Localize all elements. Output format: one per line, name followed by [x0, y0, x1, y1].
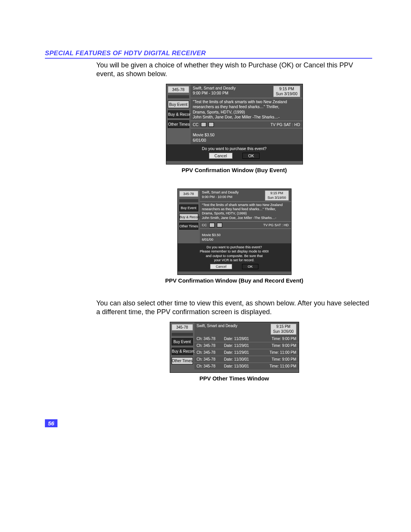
ppv-main: Swift, Smart and Deadly 9:00 PM - 10:00 …: [191, 84, 303, 144]
program-title: Swift, Smart and Deadly: [202, 190, 263, 195]
attributes-row: CC TV PG SAT : HD: [200, 222, 291, 229]
channel-preview: [179, 199, 198, 202]
row-time: Time: 11:00 PM: [262, 364, 296, 368]
sap-icon: [217, 223, 222, 227]
row-channel: Ch: 345-78: [197, 364, 220, 368]
row-date: Date: 11/28/01: [224, 337, 258, 341]
program-description: "Test the limits of shark smarts with tw…: [200, 201, 291, 222]
program-slot: 9:00 PM - 10:00 PM: [193, 91, 272, 96]
price-line: Movie $3.50: [202, 233, 289, 237]
other-times-button[interactable]: Other Times: [179, 223, 198, 230]
buy-event-button[interactable]: Buy Event: [179, 204, 198, 211]
row-channel: Ch: 345-78: [197, 337, 220, 341]
row-channel: Ch: 345-78: [197, 357, 220, 361]
figure3-caption: PPV Other Times Window: [96, 375, 372, 382]
other-times-row[interactable]: Ch: 345-78Date: 11/30/01Time: 11:00 PM: [194, 363, 299, 369]
figure2-caption: PPV Confirmation Window (Buy and Record …: [96, 277, 372, 284]
buy-record-button[interactable]: Buy & Record: [168, 110, 189, 118]
ppv-sidebar: 345-78 Buy Event Buy & Record Other Time…: [170, 322, 194, 369]
footer-spacer: [170, 369, 299, 372]
cc-icon: [201, 122, 206, 127]
program-title: Swift, Smart and Deadly: [197, 324, 269, 329]
row-date: Date: 11/29/01: [224, 350, 258, 355]
buy-event-button[interactable]: Buy Event: [172, 338, 193, 345]
buy-event-button[interactable]: Buy Event: [168, 101, 189, 108]
row-time: Time: 9:00 PM: [262, 343, 296, 348]
ok-button[interactable]: OK: [242, 153, 260, 159]
ppv-main: Swift, Smart and Deadly 9:15 PM Sun 3/26…: [194, 322, 299, 369]
section-header: SPECIAL FEATURES OF HDTV DIGITAL RECEIVE…: [45, 50, 372, 59]
attributes-row: CC TV PG SAT : HD: [191, 121, 303, 128]
other-times-list: Ch: 345-78Date: 11/28/01Time: 9:00 PMCh:…: [194, 335, 299, 369]
other-times-button[interactable]: Other Times: [168, 120, 189, 128]
mid-text: You can also select other time to view t…: [96, 299, 372, 316]
prompt-line: and output to composite. Be sure that: [179, 254, 290, 258]
program-description: "Test the limits of shark smarts with tw…: [191, 98, 303, 121]
price-block: Movie $3.50 6/01/00: [200, 229, 291, 243]
row-channel: Ch: 345-78: [197, 350, 220, 355]
ppv-sidebar: 345-78 Buy Event Buy & Record Other Time…: [166, 84, 191, 144]
channel-box: 345-78: [168, 86, 189, 93]
buy-record-button[interactable]: Buy & Record: [179, 214, 198, 220]
prompt-bar: Do you want to purchase this event? Plea…: [178, 243, 291, 272]
clock-box: 9:15 PM Sun 3/26/00: [271, 324, 296, 335]
rating-label: TV PG SAT : HD: [263, 223, 289, 227]
row-time: Time: 9:00 PM: [262, 357, 296, 361]
other-times-row[interactable]: Ch: 345-78Date: 11/29/01Time: 11:00 PM: [194, 349, 299, 356]
cancel-button[interactable]: Cancel: [210, 264, 232, 269]
desc-line: "Test the limits of shark smarts with tw…: [193, 99, 300, 104]
row-time: Time: 11:00 PM: [262, 350, 296, 355]
rating-label: TV PG SAT : HD: [271, 122, 300, 127]
ppv-buyrecord-window: 345-78 Buy Event Buy & Record Other Time…: [177, 189, 292, 275]
footer-spacer: [166, 161, 303, 164]
desc-line: Drama, Sports, HDTV, (1999): [193, 110, 300, 115]
channel-box: 345-78: [179, 191, 198, 197]
row-date: Date: 11/29/01: [224, 343, 258, 348]
clock-date: Sun 3/19/00: [276, 91, 298, 96]
desc-line: researchers as they hand feed sharks…" T…: [193, 104, 300, 109]
ok-button[interactable]: OK: [242, 264, 258, 269]
row-channel: Ch: 345-78: [197, 343, 220, 348]
footer-spacer: [178, 272, 291, 275]
prompt-line: Do you want to purchase this event?: [179, 245, 290, 249]
other-times-button[interactable]: Other Times: [172, 357, 193, 364]
clock-box: 9:15 PM Sun 3/19/00: [265, 190, 289, 201]
intro-text: You will be given a choice of whether th…: [96, 61, 372, 78]
price-date: 6/01/00: [202, 237, 289, 242]
clock-date: Sun 3/19/00: [268, 196, 286, 200]
ppv-othertimes-window: 345-78 Buy Event Buy & Record Other Time…: [170, 322, 299, 373]
sap-icon: [209, 122, 214, 127]
prompt-line: Please remember to set display mode to 4…: [179, 249, 290, 254]
price-date: 6/01/00: [193, 137, 300, 143]
ppv-sidebar: 345-78 Buy Event Buy & Record Other Time…: [178, 189, 200, 243]
desc-line: John Smith, Jane Doe, Joe Miller -The Sh…: [202, 216, 289, 220]
price-line: Movie $3.50: [193, 132, 300, 137]
page-number: 56: [45, 419, 57, 427]
row-date: Date: 11/30/01: [224, 364, 258, 368]
clock-time: 9:15 PM: [268, 191, 286, 195]
clock-time: 9:15 PM: [276, 86, 298, 91]
channel-box: 345-78: [172, 324, 193, 331]
channel-preview: [168, 95, 189, 98]
other-times-row[interactable]: Ch: 345-78Date: 11/28/01Time: 9:00 PM: [194, 335, 299, 342]
other-times-row[interactable]: Ch: 345-78Date: 11/30/01Time: 9:00 PM: [194, 356, 299, 363]
clock-box: 9:15 PM Sun 3/19/00: [273, 86, 300, 97]
cancel-button[interactable]: Cancel: [209, 153, 233, 159]
cc-icon: [209, 223, 215, 227]
prompt-line: your VCR is set for record.: [179, 258, 290, 262]
desc-line: "Test the limits of shark smarts with tw…: [202, 203, 289, 207]
other-times-row[interactable]: Ch: 345-78Date: 11/29/01Time: 9:00 PM: [194, 342, 299, 349]
program-title: Swift, Smart and Deadly: [193, 86, 272, 91]
cc-label: CC: [202, 223, 207, 227]
price-block: Movie $3.50 6/01/00: [191, 128, 303, 144]
channel-preview: [172, 333, 193, 336]
prompt-text: Do you want to purchase this event? Plea…: [179, 245, 290, 262]
prompt-bar: Do you want to purchase this event? Canc…: [166, 144, 303, 161]
row-time: Time: 9:00 PM: [262, 337, 296, 341]
program-slot: 9:00 PM - 10:00 PM: [202, 195, 263, 199]
prompt-text: Do you want to purchase this event?: [168, 146, 301, 151]
buy-record-button[interactable]: Buy & Record: [172, 348, 193, 355]
cc-label: CC: [193, 122, 199, 127]
clock-time: 9:15 PM: [273, 324, 294, 329]
desc-line: researchers as they hand feed sharks…" T…: [202, 207, 289, 211]
